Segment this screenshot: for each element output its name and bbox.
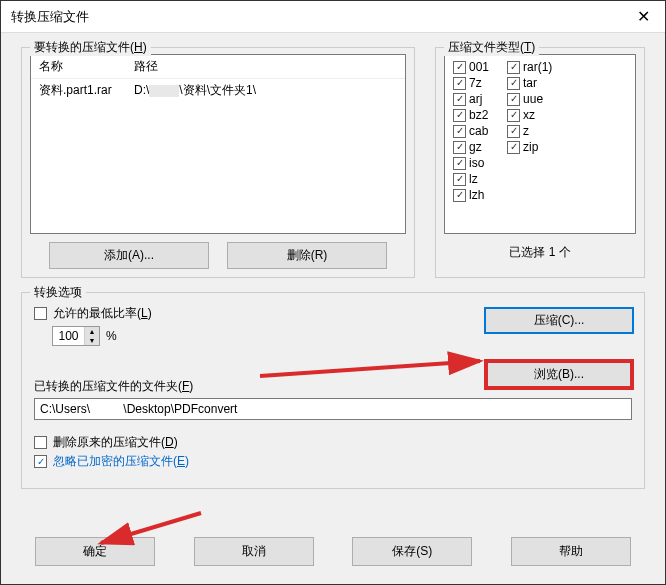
checkbox-icon[interactable]: [507, 109, 520, 122]
list-header: 名称 路径: [31, 55, 405, 79]
checkbox-icon[interactable]: [453, 93, 466, 106]
type-checkbox-bz2[interactable]: bz2: [453, 107, 489, 123]
folder-input[interactable]: [34, 398, 632, 420]
types-list: 0017zarjbz2cabgzisolzlzh rar(1)taruuexzz…: [444, 54, 636, 234]
type-label: 001: [469, 60, 489, 74]
type-label: lzh: [469, 188, 484, 202]
dialog-window: 转换压缩文件 ✕ 要转换的压缩文件(H) 名称 路径 资料.part1.rar: [0, 0, 666, 585]
type-label: lz: [469, 172, 478, 186]
type-checkbox-uue[interactable]: uue: [507, 91, 552, 107]
redacted-text: [149, 85, 179, 97]
ratio-spinner[interactable]: 100 ▲ ▼: [52, 326, 100, 346]
window-title: 转换压缩文件: [11, 8, 631, 26]
checkbox-icon[interactable]: [453, 173, 466, 186]
help-button[interactable]: 帮助: [511, 537, 631, 566]
type-label: gz: [469, 140, 482, 154]
item-path: D:\\资料\文件夹1\: [126, 81, 405, 100]
button-bar: 确定 取消 保存(S) 帮助: [1, 537, 665, 584]
content-area: 要转换的压缩文件(H) 名称 路径 资料.part1.rar D:\\资料\文件…: [1, 33, 665, 537]
compress-button[interactable]: 压缩(C)...: [484, 307, 634, 334]
add-button[interactable]: 添加(A)...: [49, 242, 209, 269]
checkbox-icon[interactable]: [507, 125, 520, 138]
type-label: 7z: [469, 76, 482, 90]
type-label: bz2: [469, 108, 488, 122]
type-label: iso: [469, 156, 484, 170]
item-name: 资料.part1.rar: [31, 81, 126, 100]
type-checkbox-zip[interactable]: zip: [507, 139, 552, 155]
allow-ratio-label: 允许的最低比率(L): [53, 305, 152, 322]
delete-button[interactable]: 删除(R): [227, 242, 387, 269]
archives-fieldset: 要转换的压缩文件(H) 名称 路径 资料.part1.rar D:\\资料\文件…: [21, 47, 415, 278]
checkbox-icon[interactable]: [507, 61, 520, 74]
checkbox-icon[interactable]: [507, 141, 520, 154]
svg-line-0: [260, 361, 480, 376]
arrow-annotation-icon: [260, 341, 490, 381]
delete-original-checkbox[interactable]: [34, 436, 47, 449]
type-checkbox-gz[interactable]: gz: [453, 139, 489, 155]
type-label: xz: [523, 108, 535, 122]
checkbox-icon[interactable]: [453, 77, 466, 90]
cancel-button[interactable]: 取消: [194, 537, 314, 566]
checkbox-icon[interactable]: [453, 141, 466, 154]
type-checkbox-lzh[interactable]: lzh: [453, 187, 489, 203]
col-path-header[interactable]: 路径: [126, 55, 405, 78]
spinner-up-icon[interactable]: ▲: [85, 327, 99, 336]
type-label: zip: [523, 140, 538, 154]
ratio-suffix: %: [106, 329, 117, 343]
type-label: arj: [469, 92, 482, 106]
type-checkbox-xz[interactable]: xz: [507, 107, 552, 123]
title-bar: 转换压缩文件 ✕: [1, 1, 665, 33]
checkbox-icon[interactable]: [453, 125, 466, 138]
allow-ratio-checkbox[interactable]: [34, 307, 47, 320]
spinner-down-icon[interactable]: ▼: [85, 336, 99, 345]
options-fieldset: 转换选项 允许的最低比率(L) 100 ▲ ▼: [21, 292, 645, 489]
save-button[interactable]: 保存(S): [352, 537, 472, 566]
type-checkbox-z[interactable]: z: [507, 123, 552, 139]
archives-listbox[interactable]: 名称 路径 资料.part1.rar D:\\资料\文件夹1\: [30, 54, 406, 234]
ignore-encrypted-label: 忽略已加密的压缩文件(E): [53, 453, 189, 470]
type-label: tar: [523, 76, 537, 90]
close-icon[interactable]: ✕: [631, 7, 655, 26]
archives-label: 要转换的压缩文件(H): [30, 39, 151, 56]
selected-count: 已选择 1 个: [444, 244, 636, 261]
checkbox-icon[interactable]: [453, 157, 466, 170]
delete-original-label: 删除原来的压缩文件(D): [53, 434, 178, 451]
type-checkbox-iso[interactable]: iso: [453, 155, 489, 171]
ok-button[interactable]: 确定: [35, 537, 155, 566]
type-label: rar(1): [523, 60, 552, 74]
type-label: uue: [523, 92, 543, 106]
type-checkbox-cab[interactable]: cab: [453, 123, 489, 139]
checkbox-icon[interactable]: [507, 93, 520, 106]
type-checkbox-lz[interactable]: lz: [453, 171, 489, 187]
ignore-encrypted-checkbox[interactable]: [34, 455, 47, 468]
checkbox-icon[interactable]: [453, 61, 466, 74]
type-label: cab: [469, 124, 488, 138]
checkbox-icon[interactable]: [453, 189, 466, 202]
ratio-value[interactable]: 100: [53, 327, 85, 345]
types-fieldset: 压缩文件类型(T) 0017zarjbz2cabgzisolzlzh rar(1…: [435, 47, 645, 278]
col-name-header[interactable]: 名称: [31, 55, 126, 78]
browse-button[interactable]: 浏览(B)...: [484, 359, 634, 390]
checkbox-icon[interactable]: [507, 77, 520, 90]
type-checkbox-001[interactable]: 001: [453, 59, 489, 75]
type-checkbox-tar[interactable]: tar: [507, 75, 552, 91]
type-label: z: [523, 124, 529, 138]
type-checkbox-7z[interactable]: 7z: [453, 75, 489, 91]
list-item[interactable]: 资料.part1.rar D:\\资料\文件夹1\: [31, 79, 405, 102]
type-checkbox-rar(1)[interactable]: rar(1): [507, 59, 552, 75]
types-label: 压缩文件类型(T): [444, 39, 539, 56]
checkbox-icon[interactable]: [453, 109, 466, 122]
type-checkbox-arj[interactable]: arj: [453, 91, 489, 107]
